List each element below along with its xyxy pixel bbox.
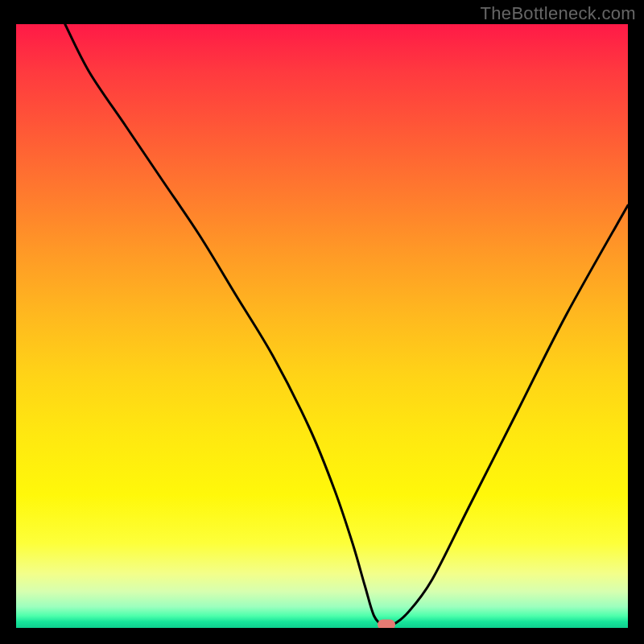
plot-area <box>16 24 628 628</box>
bottleneck-curve <box>65 24 628 626</box>
curve-layer <box>16 24 628 628</box>
optimal-marker <box>378 619 395 628</box>
chart-frame: TheBottleneck.com <box>0 0 644 644</box>
watermark-label: TheBottleneck.com <box>481 3 636 24</box>
